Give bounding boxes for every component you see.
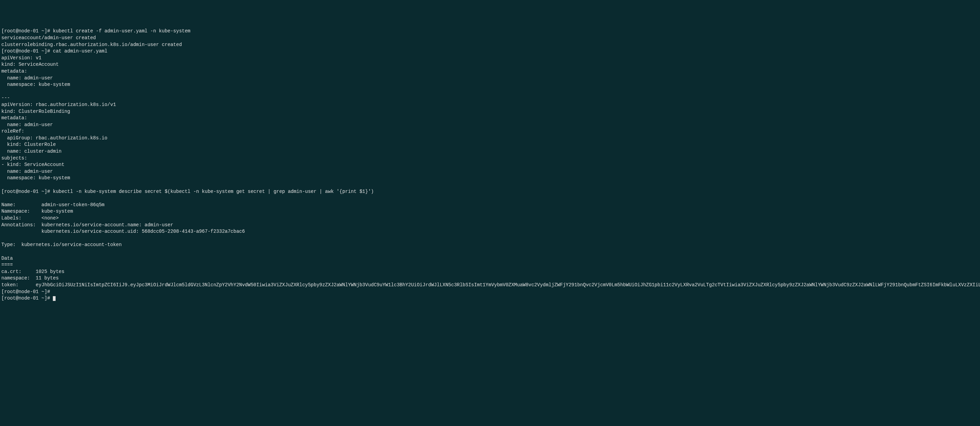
terminal-line: kind: ClusterRoleBinding [2,109,70,114]
terminal-line: Namespace: kube-system [2,208,73,214]
terminal-line: apiVersion: rbac.authorization.k8s.io/v1 [2,102,116,107]
terminal-line: ==== [2,262,13,267]
terminal-line: --- [2,95,10,100]
terminal-line: [root@node-01 ~]# kubectl create -f admi… [2,28,191,34]
terminal-line: Labels: <none> [2,215,59,221]
terminal-line: namespace: 11 bytes [2,275,59,281]
cursor [53,296,56,301]
terminal-line: [root@node-01 ~]# cat admin-user.yaml [2,48,107,54]
terminal-line: subjects: [2,156,27,161]
terminal-line: [root@node-01 ~]# [2,289,50,294]
terminal-line: name: admin-user [2,122,53,127]
terminal-line: namespace: kube-system [2,175,70,181]
terminal-line: apiGroup: rbac.authorization.k8s.io [2,135,107,141]
terminal-line: namespace: kube-system [2,82,70,87]
terminal-line: Name: admin-user-token-86q5m [2,202,104,208]
terminal-line: Type: kubernetes.io/service-account-toke… [2,242,122,247]
terminal-line: apiVersion: v1 [2,55,41,60]
terminal-line: [root@node-01 ~]# [2,296,53,301]
terminal-line: Annotations: kubernetes.io/service-accou… [2,222,173,228]
terminal-line: name: cluster-admin [2,149,61,154]
terminal-line: Data [2,256,13,261]
terminal-line: ca.crt: 1025 bytes [2,269,64,274]
terminal-line: metadata: [2,68,27,74]
terminal-line: - kind: ServiceAccount [2,162,64,167]
terminal-line: name: admin-user [2,169,53,174]
terminal-line: serviceaccount/admin-user created [2,35,96,41]
terminal-output[interactable]: [root@node-01 ~]# kubectl create -f admi… [2,28,978,302]
terminal-line: token: eyJhbGciOiJSUzI1NiIsImtpZCI6IiJ9.… [2,282,980,288]
terminal-line: metadata: [2,115,27,121]
terminal-line: kind: ClusterRole [2,142,56,147]
terminal-line: kubernetes.io/service-account.uid: 568dc… [2,229,245,234]
terminal-line: name: admin-user [2,75,53,81]
terminal-line: roleRef: [2,129,24,134]
terminal-line: [root@node-01 ~]# kubectl -n kube-system… [2,189,374,194]
terminal-line: clusterrolebinding.rbac.authorization.k8… [2,42,182,48]
terminal-line: kind: ServiceAccount [2,62,59,67]
